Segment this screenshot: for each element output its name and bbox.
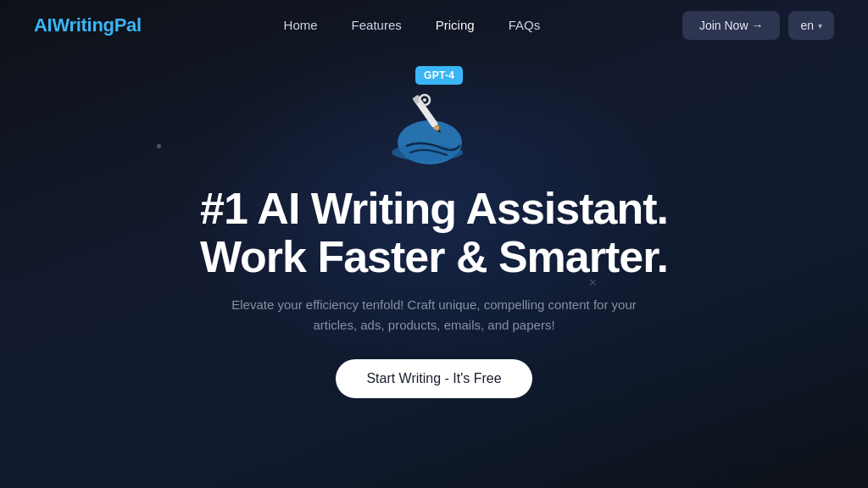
nav-item-home[interactable]: Home — [284, 18, 318, 33]
logo[interactable]: AIWritingPal — [34, 14, 142, 36]
page-wrapper: AIWritingPal Home Features Pricing FAQs … — [0, 0, 868, 488]
nav-actions: Join Now → en ▾ — [682, 11, 834, 40]
nav-link-features[interactable]: Features — [352, 18, 402, 32]
svg-point-7 — [423, 98, 426, 102]
nav-item-features[interactable]: Features — [352, 18, 402, 33]
hero-headline: #1 AI Writing Assistant. Work Faster & S… — [200, 185, 668, 281]
nav-links: Home Features Pricing FAQs — [284, 18, 541, 33]
join-now-button[interactable]: Join Now → — [682, 11, 780, 40]
lang-label: en — [800, 19, 814, 32]
chevron-down-icon: ▾ — [818, 21, 822, 30]
language-selector-button[interactable]: en ▾ — [788, 11, 834, 40]
nav-link-faqs[interactable]: FAQs — [509, 18, 541, 32]
illustration-container: GPT-4 — [349, 59, 519, 178]
gpt4-badge: GPT-4 — [415, 66, 463, 85]
start-writing-button[interactable]: Start Writing - It's Free — [336, 359, 531, 398]
headline-line1: #1 AI Writing Assistant. — [200, 184, 668, 233]
hero-subtext: Elevate your efficiency tenfold! Craft u… — [231, 295, 637, 336]
nav-link-home[interactable]: Home — [284, 18, 318, 32]
svg-point-1 — [392, 144, 463, 161]
x-decoration: × — [589, 275, 597, 291]
headline-line2: Work Faster & Smarter. — [200, 232, 668, 281]
navbar: AIWritingPal Home Features Pricing FAQs … — [0, 0, 868, 51]
nav-link-pricing[interactable]: Pricing — [436, 18, 475, 32]
nav-item-pricing[interactable]: Pricing — [436, 18, 475, 33]
nav-item-faqs[interactable]: FAQs — [509, 18, 541, 33]
writing-illustration — [375, 85, 493, 169]
hero-section: GPT-4 — [0, 51, 868, 398]
